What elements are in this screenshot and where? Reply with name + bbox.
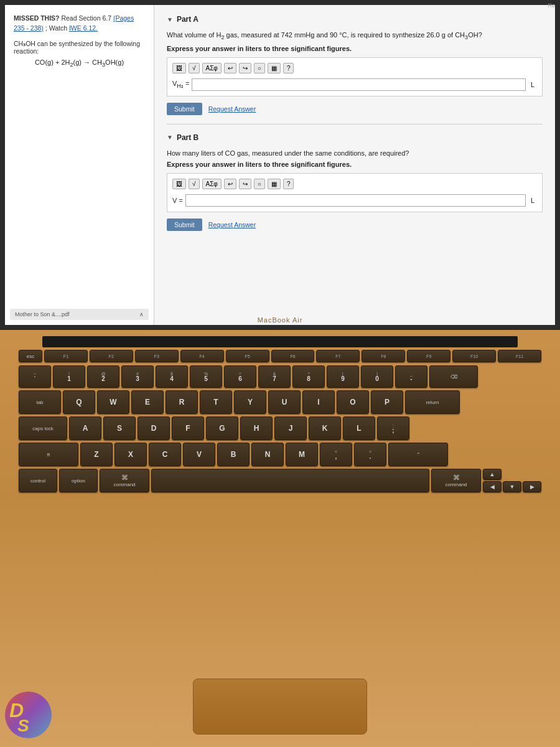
key-v[interactable]: V [183, 443, 215, 466]
part-b-answer-box: 🖼 √ AΣφ ↩ ↪ ○ ▦ ? V = L [167, 173, 543, 212]
toolbar-refresh-btn[interactable]: ○ [254, 63, 265, 73]
key-minus[interactable]: _ - [395, 365, 427, 388]
key-i[interactable]: I [302, 390, 335, 414]
key-f11[interactable]: F11 [498, 350, 541, 362]
key-caps-label: caps lock [32, 426, 53, 431]
part-a-input[interactable] [192, 78, 525, 91]
key-period[interactable]: > . [354, 443, 386, 466]
part-a-request-link[interactable]: Request Answer [208, 105, 256, 113]
part-b-toolbar-image-btn[interactable]: 🖼 [172, 179, 186, 189]
toolbar-image-btn[interactable]: 🖼 [172, 63, 186, 73]
key-h[interactable]: H [240, 416, 273, 440]
key-f8[interactable]: F8 [362, 350, 405, 362]
toolbar-question-btn[interactable]: ? [283, 63, 294, 73]
key-c[interactable]: C [149, 443, 181, 466]
key-k[interactable]: K [309, 416, 341, 440]
key-m[interactable]: M [286, 443, 318, 466]
key-command-right[interactable]: ⌘ command [431, 469, 481, 492]
key-command-left[interactable]: ⌘ command [100, 469, 149, 492]
key-arrow-down[interactable]: ▼ [503, 481, 521, 492]
iwe-link[interactable]: IWE 6.12. [69, 24, 98, 32]
key-u[interactable]: U [268, 390, 301, 414]
key-f3[interactable]: F3 [135, 350, 179, 362]
key-4[interactable]: $ 4 [156, 365, 188, 388]
key-t[interactable]: T [200, 390, 232, 414]
key-caps-lock[interactable]: caps lock [19, 416, 67, 440]
key-d[interactable]: D [138, 416, 170, 440]
key-shift-left[interactable]: ft [19, 443, 78, 466]
key-arrow-right[interactable]: ▶ [523, 481, 541, 492]
toolbar-redo-btn[interactable]: ↪ [239, 63, 251, 73]
key-arrow-up[interactable]: ▲ [483, 469, 502, 480]
key-8[interactable]: * 8 [292, 365, 325, 388]
key-z[interactable]: Z [80, 443, 113, 466]
key-backspace[interactable]: ⌫ [429, 365, 478, 388]
trackpad[interactable] [193, 679, 367, 735]
part-b-input[interactable] [185, 194, 526, 207]
key-x[interactable]: X [114, 443, 147, 466]
key-e[interactable]: E [131, 390, 164, 414]
key-f10[interactable]: F10 [452, 350, 496, 362]
key-option[interactable]: option [59, 469, 98, 492]
key-b[interactable]: B [217, 443, 250, 466]
part-b-toolbar-grid-btn[interactable]: ▦ [268, 179, 281, 189]
key-semicolon[interactable]: : ; [377, 416, 409, 440]
key-1[interactable]: ! 1 [53, 365, 85, 388]
key-shift-right[interactable]: ⌃ [388, 443, 448, 466]
part-b-toolbar-undo-btn[interactable]: ↩ [224, 179, 236, 189]
key-p[interactable]: P [371, 390, 403, 414]
key-f1[interactable]: F1 [44, 350, 88, 362]
key-arrow-left[interactable]: ◀ [483, 481, 502, 492]
key-f2[interactable]: F2 [90, 350, 133, 362]
key-f9[interactable]: F9 [407, 350, 450, 362]
part-a-submit-btn[interactable]: Submit [167, 103, 202, 115]
missed-this-label: MISSED THIS? [14, 14, 60, 22]
key-s[interactable]: S [103, 416, 136, 440]
key-f[interactable]: F [172, 416, 204, 440]
key-i-label: I [317, 398, 319, 406]
key-g[interactable]: G [206, 416, 238, 440]
key-q[interactable]: Q [63, 390, 95, 414]
key-tilde[interactable]: ~ ` [19, 365, 51, 388]
key-comma[interactable]: < , [320, 443, 352, 466]
key-esc[interactable]: esc [19, 350, 42, 362]
key-o[interactable]: O [337, 390, 369, 414]
key-control[interactable]: control [19, 469, 57, 492]
key-f4[interactable]: F4 [180, 350, 224, 362]
key-a[interactable]: A [69, 416, 101, 440]
key-6[interactable]: ^ 6 [224, 365, 256, 388]
part-b-toolbar-sqrt-btn[interactable]: √ [189, 179, 200, 189]
key-l[interactable]: L [343, 416, 375, 440]
key-j[interactable]: J [274, 416, 307, 440]
key-0[interactable]: ) 0 [361, 365, 393, 388]
part-b-submit-btn[interactable]: Submit [167, 218, 202, 231]
part-b-request-link[interactable]: Request Answer [208, 221, 256, 228]
key-y[interactable]: Y [234, 390, 266, 414]
key-2[interactable]: @ 2 [87, 365, 119, 388]
key-7-bot: 7 [273, 376, 276, 382]
key-f5[interactable]: F5 [226, 350, 269, 362]
toolbar-grid-btn[interactable]: ▦ [268, 63, 281, 73]
part-b-toolbar-redo-btn[interactable]: ↪ [239, 179, 251, 189]
key-n[interactable]: N [251, 443, 284, 466]
key-7[interactable]: & 7 [258, 365, 291, 388]
part-b-toolbar-refresh-btn[interactable]: ○ [254, 179, 265, 189]
key-r[interactable]: R [166, 390, 198, 414]
toolbar-undo-btn[interactable]: ↩ [224, 63, 236, 73]
part-b-toolbar-question-btn[interactable]: ? [283, 179, 294, 189]
toolbar-asigma-btn[interactable]: AΣφ [202, 63, 222, 73]
toolbar-sqrt-btn[interactable]: √ [189, 63, 200, 73]
key-space[interactable] [151, 469, 429, 492]
key-3[interactable]: # 3 [121, 365, 154, 388]
part-b-arrow: ▼ [167, 134, 173, 141]
key-tab[interactable]: tab [19, 390, 61, 414]
key-f6[interactable]: F6 [271, 350, 315, 362]
part-b-toolbar-asigma-btn[interactable]: AΣφ [202, 179, 222, 189]
file-bar: Mother to Son &....pdf ∧ [10, 309, 149, 320]
key-5[interactable]: % 5 [190, 365, 222, 388]
key-return[interactable]: return [405, 390, 460, 414]
collapse-icon[interactable]: ∧ [139, 311, 144, 317]
key-w[interactable]: W [97, 390, 129, 414]
key-f7[interactable]: F7 [316, 350, 360, 362]
key-9[interactable]: ( 9 [327, 365, 359, 388]
